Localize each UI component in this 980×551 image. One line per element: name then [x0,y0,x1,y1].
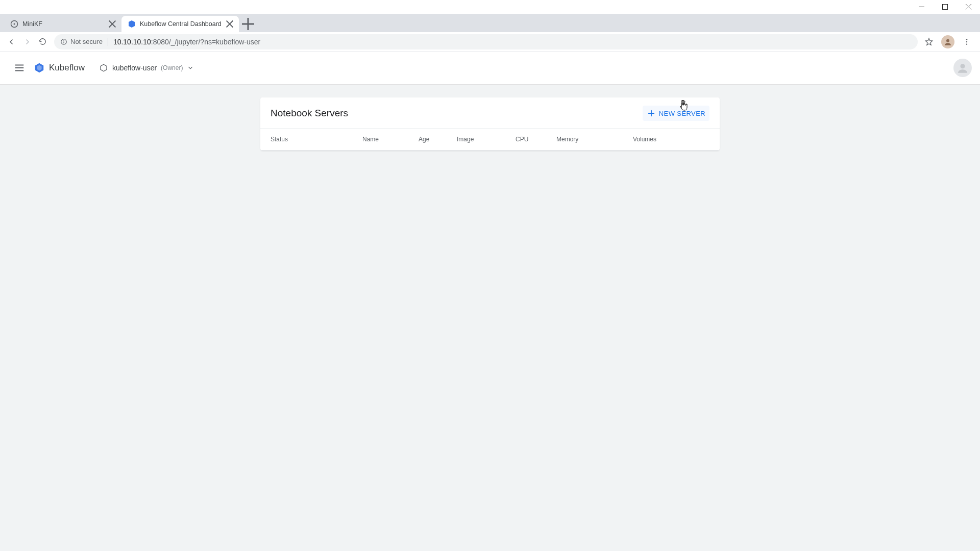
url-port: :8080 [151,38,169,46]
svg-point-7 [946,39,949,42]
omnibox[interactable]: Not secure 10.10.10.10:8080/_/jupyter/?n… [54,34,918,49]
col-name: Name [362,136,419,143]
close-icon [226,20,234,28]
favicon-icon [128,20,136,28]
svg-marker-13 [101,64,107,71]
svg-point-8 [966,39,967,40]
browser-tab-kubeflow[interactable]: Kubeflow Central Dashboard [121,16,239,32]
browser-tabstrip: MiniKF Kubeflow Central Dashboard [0,14,980,32]
new-server-label: NEW SERVER [659,110,705,117]
col-volumes: Volumes [633,136,709,143]
app-header: Kubeflow kubeflow-user (Owner) [0,52,980,84]
person-icon [956,61,969,74]
hamburger-icon [14,62,25,73]
hamburger-menu-button[interactable] [9,58,30,78]
info-icon [60,38,67,45]
namespace-role: (Owner) [161,64,183,71]
col-image: Image [457,136,516,143]
kubeflow-logo-icon [34,62,45,73]
card-header: Notebook Servers NEW SERVER [260,97,720,129]
window-close-button[interactable] [957,0,980,14]
url-text: 10.10.10.10:8080/_/jupyter/?ns=kubeflow-… [113,38,260,46]
close-icon [966,4,971,10]
namespace-picker[interactable]: kubeflow-user (Owner) [99,63,194,72]
col-memory: Memory [556,136,633,143]
svg-point-10 [966,43,967,44]
window-titlebar [0,0,980,14]
nav-back-button[interactable] [4,34,19,49]
namespace-name: kubeflow-user [112,64,157,72]
browser-menu-button[interactable] [960,35,974,49]
new-tab-button[interactable] [241,17,255,31]
col-status: Status [271,136,362,143]
plus-icon [647,109,656,118]
maximize-icon [942,4,948,10]
url-host: 10.10.10.10 [113,38,151,46]
window-minimize-button[interactable] [910,0,933,14]
table-header: Status Name Age Image CPU Memory Volumes [260,129,720,151]
svg-point-2 [14,23,15,25]
browser-toolbar: Not secure 10.10.10.10:8080/_/jupyter/?n… [0,32,980,52]
tab-title: MiniKF [22,20,105,28]
chevron-down-icon [187,64,194,71]
security-label: Not secure [70,38,103,45]
omnibox-divider [108,38,108,46]
brand-text: Kubeflow [49,63,85,73]
favicon-icon [10,20,18,28]
close-icon [108,20,116,28]
toolbar-right [922,35,976,49]
person-icon [943,37,952,46]
svg-rect-6 [63,41,64,43]
reload-icon [38,37,47,46]
nav-reload-button[interactable] [35,34,50,49]
tab-title: Kubeflow Central Dashboard [140,20,223,28]
star-icon [924,37,934,46]
notebook-servers-card: Notebook Servers NEW SERVER Status Name … [260,97,720,151]
col-cpu: CPU [516,136,556,143]
bookmark-button[interactable] [922,35,936,49]
brand[interactable]: Kubeflow [34,62,85,73]
namespace-icon [99,63,108,72]
col-age: Age [419,136,457,143]
tab-close-button[interactable] [108,20,116,28]
svg-point-14 [960,64,965,68]
new-server-button[interactable]: NEW SERVER [643,106,709,121]
arrow-left-icon [7,37,16,46]
content-area: Notebook Servers NEW SERVER Status Name … [0,84,980,151]
user-avatar[interactable] [953,59,972,77]
nav-forward-button[interactable] [19,34,35,49]
svg-point-9 [966,41,967,42]
arrow-right-icon [22,37,32,46]
svg-rect-0 [942,5,947,10]
card-title: Notebook Servers [271,108,348,119]
url-path: /_/jupyter/?ns=kubeflow-user [169,38,260,46]
profile-avatar[interactable] [941,35,954,48]
tab-close-button[interactable] [226,20,234,28]
window-maximize-button[interactable] [933,0,957,14]
browser-tab-minikf[interactable]: MiniKF [4,16,121,32]
svg-marker-3 [129,20,135,28]
plus-icon [241,17,255,31]
svg-point-5 [63,40,64,40]
security-badge[interactable]: Not secure [60,38,103,45]
kebab-icon [963,38,971,46]
minimize-icon [919,4,924,10]
app-viewport: Kubeflow kubeflow-user (Owner) Notebook … [0,52,980,551]
